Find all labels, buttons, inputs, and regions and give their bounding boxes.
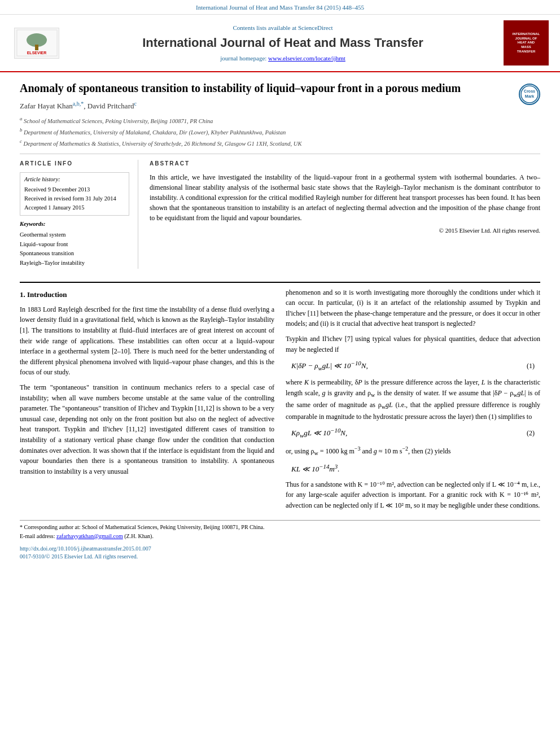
right-column: phenomenon and so it is worth investigat… [286,287,540,516]
article-content: Cross Mark Anomaly of spontaneous transi… [0,72,560,277]
equation-3-text: KL ≪ 10−14m3. [291,462,339,475]
keyword-4: Rayleigh–Taylor instability [20,259,129,268]
elsevier-logo: ELSEVIER [11,28,62,59]
keyword-1: Geothermal system [20,231,129,239]
equation-2-block: KρwgL ≪ 10−10N, (2) [286,426,540,440]
equation-3-block: KL ≪ 10−14m3. [286,462,540,475]
history-label: Article history: [24,176,125,184]
abstract-title: ABSTRACT [150,160,540,168]
journal-logo-text: INTERNATIONALJOURNAL OFHEAT ANDMASSTRANS… [513,32,540,54]
author2-name: , David Pritchard [84,102,134,111]
keywords-section: Keywords: Geothermal system Liquid–vapou… [20,220,129,267]
right-para-2: Tsypkin and Il'ichev [7] using typical v… [286,334,540,355]
homepage-link[interactable]: www.elsevier.com/locate/ijhmt [268,55,345,62]
abstract-section: ABSTRACT In this article, we have invest… [150,160,540,268]
author2-sup: c [134,101,136,107]
article-info-title: ARTICLE INFO [20,160,129,168]
svg-text:ELSEVIER: ELSEVIER [27,51,46,55]
footnote-section: * Corresponding author at: School of Mat… [20,520,540,540]
elsevier-logo-image: ELSEVIER [14,28,59,59]
affiliations: a School of Mathematical Sciences, Pekin… [20,115,540,148]
intro-para-1: In 1883 Lord Rayleigh described for the … [20,304,274,378]
intro-heading: 1. Introduction [20,290,274,300]
footer-links: http://dx.doi.org/10.1016/j.ijheatmasstr… [0,541,560,563]
journal-logo-right: INTERNATIONALJOURNAL OFHEAT ANDMASSTRANS… [504,20,549,65]
accepted-date: Accepted 1 January 2015 [24,204,125,212]
crossmark-badge: Cross Mark [519,84,540,105]
affiliation-a: a School of Mathematical Sciences, Pekin… [20,115,540,125]
header-divider [20,154,540,154]
svg-rect-2 [35,45,38,50]
sciencedirect-anchor[interactable]: ScienceDirect [298,24,333,31]
equation-2-number: (2) [527,429,535,438]
left-column: 1. Introduction In 1883 Lord Rayleigh de… [20,287,274,516]
affiliation-b: b Department of Mathematics, University … [20,126,540,137]
doi-link[interactable]: http://dx.doi.org/10.1016/j.ijheatmasstr… [20,545,151,552]
keywords-title: Keywords: [20,220,129,229]
svg-text:Mark: Mark [525,94,534,98]
sciencedirect-link: Contents lists available at ScienceDirec… [62,24,504,32]
article-history-box: Article history: Received 9 December 201… [20,172,129,216]
right-para-3: where K is permeability, δP is the press… [286,377,540,422]
intro-para-2: The term "spontaneous" transition in con… [20,382,274,477]
equation-1-number: (1) [527,361,535,371]
equation-1-text: K|δP − ρwgL| ≪ 10−10N, [291,359,368,373]
copyright-text: © 2015 Elsevier Ltd. All rights reserved… [150,226,540,235]
authors-line: Zafar Hayat Khana,b,*, David Pritchardc [20,100,540,112]
right-para-4: or, using ρw = 1000 kg m−3 and g ≈ 10 m … [286,444,540,458]
crossmark: Cross Mark [519,84,540,105]
abstract-text: In this article, we have investigated th… [150,172,540,223]
footnote-email: E-mail address: zafarhayyatkhan@gmail.co… [20,532,540,540]
journal-title: International Journal of Heat and Mass T… [62,34,504,52]
equation-2-text: KρwgL ≪ 10−10N, [291,426,347,440]
article-info-panel: ARTICLE INFO Article history: Received 9… [20,160,138,268]
article-title: Anomaly of spontaneous transition to ins… [20,81,540,95]
keyword-3: Spontaneous transition [20,250,129,258]
svg-text:Cross: Cross [524,89,535,93]
journal-header: ELSEVIER Contents lists available at Sci… [0,15,560,72]
journal-homepage: journal homepage: www.elsevier.com/locat… [62,54,504,63]
author1-name: Zafar Hayat Khan [20,102,73,111]
revised-date: Received in revised form 31 July 2014 [24,195,125,203]
journal-header-center: Contents lists available at ScienceDirec… [62,24,504,63]
author1-sup: a,b, [73,101,81,107]
email-link[interactable]: zafarhayyatkhan@gmail.com [56,533,123,539]
body-content: 1. Introduction In 1883 Lord Rayleigh de… [0,287,560,516]
keyword-2: Liquid–vapour front [20,241,129,249]
issn-text: 0017-9310/© 2015 Elsevier Ltd. All right… [20,553,138,560]
received-date: Received 9 December 2013 [24,186,125,194]
top-bar: International Journal of Heat and Mass T… [0,0,560,15]
body-divider [20,282,540,283]
info-abstract-section: ARTICLE INFO Article history: Received 9… [20,160,540,268]
equation-1-block: K|δP − ρwgL| ≪ 10−10N, (1) [286,359,540,373]
right-para-5: Thus for a sandstone with K = 10⁻¹⁰ m², … [286,479,540,511]
footnote-star: * Corresponding author at: School of Mat… [20,523,540,531]
journal-citation: International Journal of Heat and Mass T… [196,4,364,11]
affiliation-c: c Department of Mathematics & Statistics… [20,138,540,148]
article-title-block: Cross Mark Anomaly of spontaneous transi… [20,81,540,95]
right-para-1: phenomenon and so it is worth investigat… [286,287,540,329]
